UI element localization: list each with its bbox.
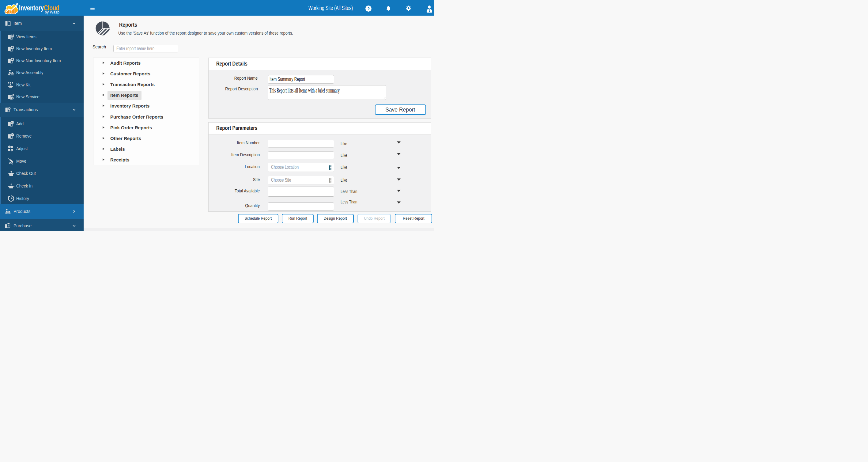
svg-text:?: ? [367, 6, 369, 11]
svg-text:+1: +1 [11, 121, 14, 124]
